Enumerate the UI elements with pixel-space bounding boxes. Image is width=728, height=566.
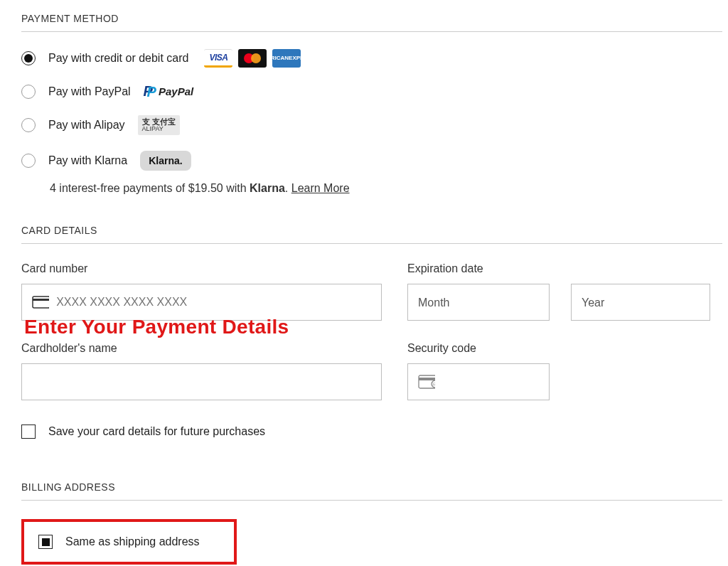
section-card-details-title: CARD DETAILS [21, 225, 722, 244]
svg-rect-3 [419, 378, 435, 380]
radio-card[interactable] [21, 51, 36, 65]
klarna-installment-note: 4 interest-free payments of $19.50 with … [50, 182, 728, 195]
mastercard-icon [238, 49, 267, 68]
expiration-month-select[interactable]: Month [418, 297, 539, 309]
radio-klarna[interactable] [21, 154, 36, 168]
payment-option-klarna[interactable]: Pay with Klarna Klarna. [21, 151, 728, 171]
expiration-year-field[interactable]: Year [571, 284, 710, 321]
same-as-shipping-label: Same as shipping address [65, 535, 200, 548]
payment-option-label: Pay with credit or debit card [48, 52, 188, 65]
klarna-learn-more-link[interactable]: Learn More [291, 182, 350, 194]
payment-method-group: Pay with credit or debit card VISA AMERI… [21, 49, 728, 195]
klarna-icon: Klarna. [140, 151, 191, 171]
svg-rect-1 [33, 299, 49, 301]
expiration-month-field[interactable]: Month [407, 284, 550, 321]
card-number-input[interactable] [56, 296, 371, 309]
save-card-label: Save your card details for future purcha… [48, 425, 265, 438]
radio-alipay[interactable] [21, 118, 36, 132]
expiration-label: Expiration date [407, 262, 710, 275]
payment-option-label: Pay with PayPal [48, 85, 131, 98]
card-brand-icons: VISA AMERICANEXPRESS [204, 49, 301, 68]
cardholder-name-label: Cardholder's name [21, 342, 382, 355]
security-code-input[interactable] [442, 375, 539, 388]
credit-card-icon [32, 296, 49, 309]
svg-text:123: 123 [432, 382, 435, 386]
save-card-checkbox[interactable] [21, 424, 36, 439]
payment-option-label: Pay with Klarna [48, 154, 127, 167]
checkbox-checked-icon [42, 538, 50, 546]
payment-option-paypal[interactable]: Pay with PayPal P PayPal [21, 83, 728, 100]
same-as-shipping-checkbox[interactable] [38, 535, 53, 549]
payment-option-card[interactable]: Pay with credit or debit card VISA AMERI… [21, 49, 728, 68]
svg-rect-0 [33, 297, 49, 308]
security-code-field[interactable]: 123 [407, 363, 550, 400]
save-card-row[interactable]: Save your card details for future purcha… [21, 424, 728, 439]
section-payment-method-title: PAYMENT METHOD [21, 13, 722, 32]
section-billing-title: BILLING ADDRESS [21, 481, 722, 501]
radio-paypal[interactable] [21, 85, 36, 99]
amex-icon: AMERICANEXPRESS [272, 49, 301, 68]
cardholder-name-input[interactable] [32, 375, 371, 388]
annotation-highlight-box: Same as shipping address [21, 519, 237, 565]
paypal-icon: P PayPal [144, 83, 194, 100]
cvv-icon: 123 [418, 375, 435, 389]
visa-icon: VISA [204, 49, 232, 68]
expiration-year-select[interactable]: Year [582, 297, 700, 309]
payment-option-label: Pay with Alipay [48, 119, 125, 132]
same-as-shipping-row[interactable]: Same as shipping address [38, 535, 200, 549]
cardholder-name-field[interactable] [21, 363, 382, 400]
radio-selected-dot [24, 54, 33, 63]
security-code-label: Security code [407, 342, 550, 355]
card-number-label: Card number [21, 262, 382, 275]
alipay-icon: 支 支付宝 ALIPAY [138, 115, 180, 135]
card-number-field[interactable] [21, 284, 382, 321]
payment-option-alipay[interactable]: Pay with Alipay 支 支付宝 ALIPAY [21, 115, 728, 135]
